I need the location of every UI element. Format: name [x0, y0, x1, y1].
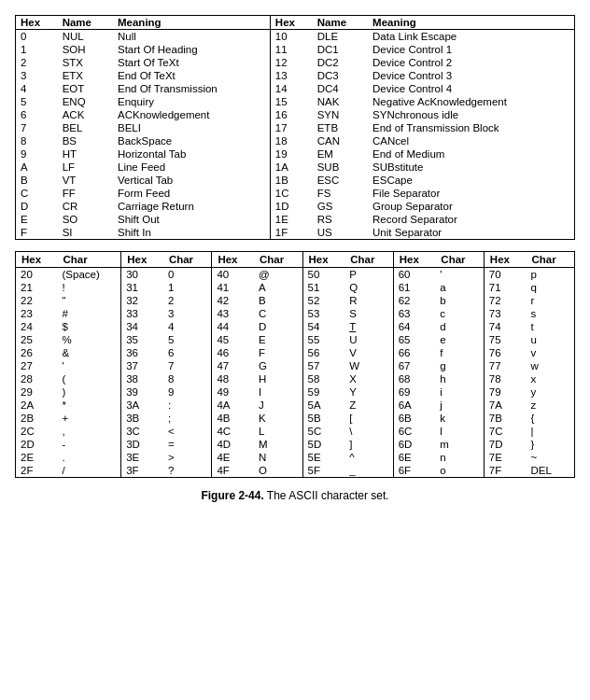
table-cell: 3C [121, 425, 163, 438]
table-cell: 50 [302, 268, 344, 282]
table-row: BVTVertical Tab1BESCESCape [16, 174, 574, 187]
table-row: 27'37747G57W67g77w [16, 359, 574, 372]
table-cell: a [435, 281, 484, 294]
table-cell: p [527, 268, 575, 282]
table-row: 4EOTEnd Of Transmission14DC4Device Contr… [16, 82, 574, 95]
table-cell: 22 [16, 294, 57, 307]
table-cell: DEL [527, 464, 575, 477]
table-cell: CANcel [368, 134, 574, 147]
table-cell: K [254, 412, 302, 425]
bot-col-char3: Char [254, 252, 302, 268]
table-cell: 71 [484, 281, 526, 294]
table-cell: b [435, 294, 484, 307]
top-col-hex1: Hex [16, 16, 58, 30]
table-row: 2C,3C<4CL5C\6Cl7C| [16, 425, 574, 438]
table-cell: g [435, 359, 484, 372]
table-cell: EOT [58, 82, 113, 95]
top-col-meaning2: Meaning [368, 16, 574, 30]
table-cell: End of Transmission Block [368, 121, 574, 134]
table-cell: 3B [121, 412, 163, 425]
table-cell: @ [254, 268, 302, 282]
table-cell: ESC [313, 174, 368, 187]
table-row: 23#33343C53S63c73s [16, 307, 574, 320]
table-cell: 21 [16, 281, 57, 294]
table-cell: 5E [302, 451, 344, 464]
table-cell: 7 [16, 121, 58, 134]
table-cell: FS [313, 187, 368, 200]
table-row: 2F/3F?4FO5F_6Fo7FDEL [16, 464, 574, 477]
table-cell: 20 [16, 268, 57, 282]
table-cell: , [57, 425, 120, 438]
table-cell: 75 [484, 333, 526, 346]
table-cell: 41 [212, 281, 254, 294]
table-cell: Carriage Return [113, 200, 270, 213]
table-cell: 6 [16, 108, 58, 121]
table-cell: DC4 [313, 82, 368, 95]
table-cell: 1A [270, 161, 312, 174]
table-cell: L [254, 425, 302, 438]
table-row: ESOShift Out1ERSRecord Separator [16, 213, 574, 226]
table-cell: 10 [270, 30, 312, 44]
table-row: ALFLine Feed1ASUBSUBstitute [16, 161, 574, 174]
table-cell: 74 [484, 320, 526, 333]
table-cell: Q [344, 281, 393, 294]
table-cell: US [313, 226, 368, 239]
table-cell: 1C [270, 187, 312, 200]
table-cell: I [254, 385, 302, 399]
top-col-meaning1: Meaning [113, 16, 270, 30]
table-cell: 2C [16, 425, 57, 438]
table-cell: SYNchronous idle [368, 108, 574, 121]
table-cell: HT [58, 147, 113, 161]
figure-description: The ASCII character set. [264, 489, 389, 502]
table-cell: 30 [121, 268, 163, 282]
table-cell: 1B [270, 174, 312, 187]
table-cell: EM [313, 147, 368, 161]
table-cell: ~ [527, 451, 575, 464]
table-row: 28(38848H58X68h78x [16, 372, 574, 385]
table-cell: B [16, 174, 58, 187]
table-cell: 1 [163, 281, 212, 294]
table-cell: X [344, 372, 393, 385]
table-cell: File Separator [368, 187, 574, 200]
table-cell: S [344, 307, 393, 320]
table-cell: FF [58, 187, 113, 200]
table-cell: 19 [270, 147, 312, 161]
table-cell: 3 [16, 69, 58, 82]
table-cell: 69 [393, 385, 435, 399]
table-cell: 6A [393, 399, 435, 412]
table-cell: NUL [58, 30, 113, 44]
table-cell: CR [58, 200, 113, 213]
table-row: 21!31141A51Q61a71q [16, 281, 574, 294]
table-cell: Y [344, 385, 393, 399]
table-cell: 2E [16, 451, 57, 464]
table-cell: Line Feed [113, 161, 270, 174]
figure-label: Figure 2-44. [201, 489, 263, 502]
table-cell: 26 [16, 346, 57, 359]
table-cell: * [57, 399, 120, 412]
table-cell: 7C [484, 425, 526, 438]
table-cell: j [435, 399, 484, 412]
table-cell: Device Control 3 [368, 69, 574, 82]
table-cell: 70 [484, 268, 526, 282]
table-cell: Record Separator [368, 213, 574, 226]
table-cell: n [435, 451, 484, 464]
table-cell: d [435, 320, 484, 333]
table-cell: i [435, 385, 484, 399]
table-cell: ESCape [368, 174, 574, 187]
bot-col-char4: Char [344, 252, 393, 268]
table-cell: 6E [393, 451, 435, 464]
table-cell: > [163, 451, 212, 464]
table-cell: s [527, 307, 575, 320]
table-cell: T [344, 320, 393, 333]
table-cell: 73 [484, 307, 526, 320]
table-cell: Horizontal Tab [113, 147, 270, 161]
table-cell: 7D [484, 438, 526, 451]
table-cell: 40 [212, 268, 254, 282]
table-cell: 4 [163, 320, 212, 333]
bottom-table-container: Hex Char Hex Char Hex Char Hex Char Hex … [15, 251, 575, 478]
table-cell: RS [313, 213, 368, 226]
table-row: 5ENQEnquiry15NAKNegative AcKnowledgement [16, 95, 574, 108]
table-row: 22"32242B52R62b72r [16, 294, 574, 307]
table-cell: 67 [393, 359, 435, 372]
table-cell: 2 [163, 294, 212, 307]
